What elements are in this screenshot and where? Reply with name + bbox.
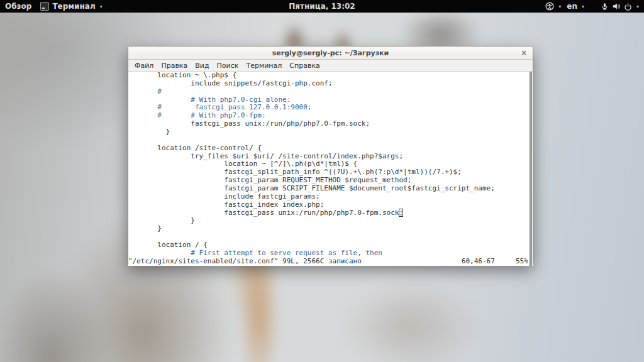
overview-label: Обзор <box>5 2 31 11</box>
vim-status-line: "/etc/nginx/sites-enabled/site.conf" 99L… <box>128 258 530 266</box>
menu-item[interactable]: Справка <box>286 62 323 70</box>
editor-lines: location ~ \.php$ { include snippets/fas… <box>128 72 530 266</box>
chevron-down-icon: ▾ <box>100 4 103 9</box>
microphone-icon <box>601 3 609 11</box>
terminal-app-icon <box>40 2 49 11</box>
editor-line: } <box>128 128 530 136</box>
accessibility-icon <box>545 2 554 11</box>
editor-line: include snippets/fastcgi-php.conf; <box>128 80 530 88</box>
language-label: en <box>567 2 577 11</box>
system-menu[interactable]: ▾ <box>601 2 639 11</box>
terminal-menubar: ФайлПравкаВидПоискТерминалСправка <box>128 60 533 72</box>
editor-line: fastcgi_pass unix:/run/php/php7.0-fpm.so… <box>128 120 530 128</box>
window-titlebar[interactable]: sergiy@sergiy-pc: ~/Загрузки × <box>128 47 533 60</box>
menu-item[interactable]: Файл <box>131 62 157 70</box>
accessibility-menu[interactable]: ▾ <box>545 2 561 11</box>
activities-overview-button[interactable]: Обзор <box>5 2 31 11</box>
volume-icon <box>612 2 621 11</box>
language-menu[interactable]: en ▾ <box>567 2 584 11</box>
chevron-down-icon: ▾ <box>558 4 561 9</box>
scrollbar-handle[interactable] <box>530 72 532 266</box>
menu-item[interactable]: Вид <box>191 62 213 70</box>
terminal-content[interactable]: location ~ \.php$ { include snippets/fas… <box>128 72 533 266</box>
menu-item[interactable]: Поиск <box>213 62 243 70</box>
editor-line: } <box>128 225 530 233</box>
power-icon <box>624 3 632 11</box>
app-menu-terminal[interactable]: Терминал ▾ <box>40 2 102 11</box>
close-button[interactable]: × <box>519 47 529 59</box>
menu-item[interactable]: Правка <box>157 62 191 70</box>
window-title: sergiy@sergiy-pc: ~/Загрузки <box>128 49 533 57</box>
top-bar: Обзор Терминал ▾ Пятница, 13:02 ▾ en ▾ <box>0 0 644 13</box>
terminal-scrollbar[interactable] <box>530 72 533 266</box>
terminal-window: sergiy@sergiy-pc: ~/Загрузки × ФайлПравк… <box>128 46 533 264</box>
vim-cursor: ; <box>399 209 403 217</box>
editor-line: } <box>128 217 530 225</box>
app-menu-label: Терминал <box>52 2 95 11</box>
chevron-down-icon: ▾ <box>582 4 584 9</box>
menu-item[interactable]: Терминал <box>242 62 286 70</box>
chevron-down-icon: ▾ <box>636 4 639 9</box>
editor-line: # First attempt to serve request as file… <box>128 250 530 258</box>
